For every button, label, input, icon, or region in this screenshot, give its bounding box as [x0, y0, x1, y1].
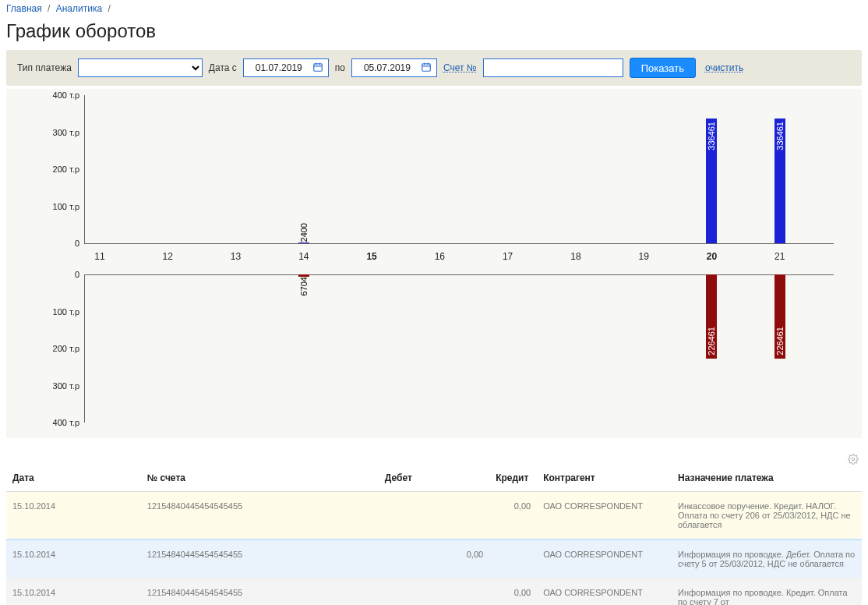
svg-rect-1 — [422, 63, 431, 70]
table-cell — [379, 492, 489, 540]
table-cell — [379, 578, 489, 606]
date-from-input[interactable] — [249, 62, 309, 73]
table-cell: Информация по проводке. Дебет. Оплата по… — [672, 540, 862, 578]
filter-bar: Тип платежа Дата с по Счет № Показать оч… — [6, 50, 862, 86]
credit-bar[interactable]: 336461 — [774, 119, 785, 243]
x-tick: 20 — [707, 251, 717, 262]
table-cell: 15.10.2014 — [6, 492, 141, 540]
breadcrumb-analytics[interactable]: Аналитика — [56, 3, 102, 14]
table-header: Назначение платежа — [672, 465, 862, 492]
account-input[interactable] — [483, 58, 623, 77]
breadcrumb: Главная / Аналитика / — [6, 0, 862, 17]
date-to-input[interactable] — [357, 62, 418, 73]
filter-type-label: Тип платежа — [17, 62, 72, 73]
bar-value: 336461 — [707, 122, 716, 150]
account-label-link[interactable]: Счет № — [443, 62, 477, 73]
table-cell: 0,00 — [489, 492, 537, 540]
transactions-table-zone: Дата№ счетаДебетКредитКонтрагентНазначен… — [6, 465, 862, 605]
table-row[interactable]: 15.10.2014121548404454545454550,00ОАО CO… — [6, 578, 862, 606]
bar-value: 336461 — [775, 122, 785, 150]
turnover-chart: 400 т.р300 т.р200 т.р100 т.р00100 т.р200… — [22, 95, 840, 423]
svg-rect-0 — [314, 63, 323, 70]
y-tick: 400 т.р — [53, 418, 79, 427]
table-header: Дата — [6, 465, 141, 492]
x-tick: 13 — [231, 251, 241, 262]
table-cell: 0,00 — [489, 578, 537, 606]
table-cell — [489, 540, 537, 578]
transactions-table: Дата№ счетаДебетКредитКонтрагентНазначен… — [6, 465, 862, 605]
table-cell: 12154840445454545455 — [141, 578, 379, 606]
calendar-icon[interactable] — [312, 62, 323, 75]
table-cell: 0,00 — [379, 540, 489, 578]
breadcrumb-home[interactable]: Главная — [6, 3, 42, 14]
table-cell: Информация по проводке. Кредит. Оплата п… — [672, 578, 862, 606]
date-to-label: по — [335, 62, 345, 73]
show-button[interactable]: Показать — [630, 58, 696, 78]
clear-link[interactable]: очистить — [705, 62, 743, 73]
bar-value: 226461 — [707, 327, 716, 356]
table-header: Кредит — [489, 465, 537, 492]
x-tick: 11 — [94, 251, 104, 262]
bar-value: 6704 — [299, 277, 309, 297]
svg-point-2 — [852, 458, 855, 461]
table-header: Контрагент — [537, 465, 672, 492]
table-cell: Инкассовое поручение. Кредит. НАЛОГ. Опл… — [672, 492, 862, 540]
date-from-label: Дата с — [209, 62, 237, 73]
x-tick: 17 — [503, 251, 513, 262]
x-tick: 14 — [298, 251, 309, 262]
table-cell: ОАО CORRESPONDENT — [537, 540, 672, 578]
y-tick: 100 т.р — [53, 202, 79, 211]
table-row[interactable]: 15.10.2014121548404454545454550,00ОАО CO… — [6, 492, 862, 540]
table-header: Дебет — [379, 465, 489, 492]
date-from-field[interactable] — [243, 58, 329, 77]
table-cell: ОАО CORRESPONDENT — [537, 578, 672, 606]
table-cell: 15.10.2014 — [6, 540, 141, 578]
debit-bar[interactable]: 226461 — [706, 274, 717, 359]
x-tick: 18 — [570, 251, 580, 262]
payment-type-select[interactable] — [78, 58, 203, 77]
debit-bar[interactable]: 6704 — [298, 274, 309, 277]
y-tick: 400 т.р — [53, 90, 79, 100]
x-tick: 19 — [638, 251, 648, 262]
table-cell: 12154840445454545455 — [141, 540, 379, 578]
x-tick: 15 — [366, 251, 376, 262]
y-tick: 0 — [75, 270, 79, 279]
x-tick: 12 — [163, 251, 173, 262]
y-tick: 200 т.р — [53, 165, 79, 174]
debit-bar[interactable]: 226461 — [774, 274, 785, 359]
chart-container: 400 т.р300 т.р200 т.р100 т.р00100 т.р200… — [6, 89, 862, 438]
y-tick: 100 т.р — [53, 307, 79, 317]
x-tick: 16 — [435, 251, 445, 262]
y-tick: 300 т.р — [53, 381, 79, 391]
page-title: График оборотов — [6, 20, 862, 42]
table-cell: 12154840445454545455 — [141, 492, 379, 540]
y-tick: 300 т.р — [53, 128, 79, 137]
table-cell: ОАО CORRESPONDENT — [537, 492, 672, 540]
credit-bar[interactable]: 2400 — [298, 242, 309, 243]
table-row[interactable]: 15.10.2014121548404454545454550,00ОАО CO… — [6, 540, 862, 578]
gear-icon[interactable] — [848, 454, 859, 467]
calendar-icon[interactable] — [421, 62, 432, 75]
table-header: № счета — [141, 465, 379, 492]
y-tick: 200 т.р — [53, 344, 79, 353]
x-tick: 21 — [774, 251, 785, 262]
credit-bar[interactable]: 336461 — [706, 119, 717, 243]
table-cell: 15.10.2014 — [6, 578, 141, 606]
bar-value: 2400 — [299, 221, 309, 242]
date-to-field[interactable] — [351, 58, 437, 77]
bar-value: 226461 — [775, 327, 785, 356]
y-tick: 0 — [75, 239, 79, 248]
